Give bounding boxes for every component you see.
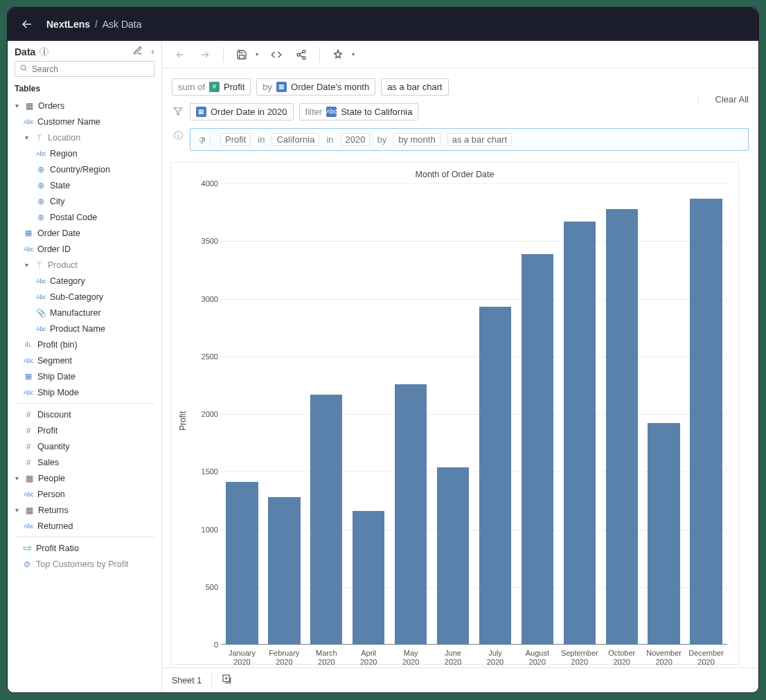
info-icon[interactable]: i bbox=[39, 47, 48, 56]
histogram-icon: ılı. bbox=[23, 340, 34, 350]
bar[interactable] bbox=[648, 423, 679, 645]
y-tick-label: 2000 bbox=[189, 410, 218, 418]
hierarchy-product[interactable]: ▾ᛘProduct bbox=[8, 257, 161, 273]
bar[interactable] bbox=[310, 395, 342, 645]
chevron-down-icon[interactable]: ▾ bbox=[23, 261, 30, 269]
field-segment[interactable]: AbcSegment bbox=[8, 352, 161, 368]
nav-forward-button[interactable] bbox=[198, 48, 212, 62]
chevron-down-icon[interactable]: ▾ bbox=[13, 474, 20, 482]
bar[interactable] bbox=[606, 209, 638, 645]
field-sub-category[interactable]: AbcSub-Category bbox=[8, 289, 161, 305]
bar[interactable] bbox=[690, 199, 722, 645]
field-category[interactable]: AbcCategory bbox=[8, 273, 161, 289]
footer-separator bbox=[211, 674, 212, 688]
globe-icon: ⊕ bbox=[35, 213, 46, 222]
field-person[interactable]: AbcPerson bbox=[8, 486, 161, 502]
chevron-down-icon[interactable]: ▾ bbox=[13, 506, 20, 514]
clear-all-button[interactable]: Clear All bbox=[715, 94, 749, 105]
y-tick-label: 3500 bbox=[189, 237, 218, 245]
table-icon: ▦ bbox=[24, 474, 35, 483]
x-tick-label: October2020 bbox=[600, 646, 643, 667]
field-discount[interactable]: #Discount bbox=[8, 406, 161, 422]
table-icon: ▦ bbox=[24, 101, 35, 111]
embed-code-button[interactable] bbox=[269, 48, 283, 62]
field-country-region[interactable]: ⊕Country/Region bbox=[8, 161, 161, 177]
table-orders[interactable]: ▾ ▦ Orders bbox=[8, 98, 161, 114]
field-order-date[interactable]: ▦Order Date bbox=[8, 225, 161, 241]
field-city[interactable]: ⊕City bbox=[8, 193, 161, 209]
field-postal-code[interactable]: ⊕Postal Code bbox=[8, 209, 161, 225]
calc-profit-ratio[interactable]: =#Profit Ratio bbox=[8, 540, 161, 556]
y-tick-label: 0 bbox=[189, 640, 218, 649]
query-token-california[interactable]: California bbox=[271, 133, 319, 146]
y-tick-label: 4000 bbox=[189, 179, 218, 188]
field-ship-mode[interactable]: AbcShip Mode bbox=[8, 384, 161, 400]
field-sales[interactable]: #Sales bbox=[8, 454, 161, 470]
query-token-profit[interactable]: Profit bbox=[220, 133, 251, 146]
share-button[interactable] bbox=[294, 48, 308, 62]
chart-title: Month of Order Date bbox=[171, 163, 738, 181]
hierarchy-location[interactable]: ▾ᛘLocation bbox=[8, 129, 161, 145]
pin-dropdown-caret-icon[interactable]: ▾ bbox=[352, 51, 355, 57]
fields-search-input[interactable] bbox=[15, 61, 154, 77]
number-field-icon: # bbox=[23, 458, 34, 467]
field-region[interactable]: AbcRegion bbox=[8, 145, 161, 161]
nav-back-button[interactable] bbox=[173, 48, 187, 62]
table-returns[interactable]: ▾ ▦ Returns bbox=[8, 502, 161, 518]
thumbs-down-icon[interactable]: 👎︎ bbox=[197, 134, 211, 145]
y-tick-label: 1000 bbox=[189, 526, 218, 534]
field-product-name[interactable]: AbcProduct Name bbox=[8, 321, 161, 336]
new-sheet-button[interactable] bbox=[222, 674, 233, 687]
field-profit[interactable]: #Profit bbox=[8, 422, 161, 438]
bar[interactable] bbox=[564, 222, 596, 645]
viz-toolbar: ▾ ▾ bbox=[162, 41, 758, 69]
hierarchy-icon: ᛘ bbox=[33, 133, 44, 143]
bar[interactable] bbox=[226, 482, 258, 645]
y-tick-label: 2500 bbox=[189, 352, 218, 361]
query-token-bar-chart[interactable]: as a bar chart bbox=[447, 133, 513, 146]
edit-pencil-icon[interactable] bbox=[133, 46, 143, 57]
back-arrow-icon[interactable] bbox=[20, 17, 34, 31]
save-button[interactable] bbox=[235, 48, 249, 62]
text-field-icon: Abc bbox=[23, 388, 34, 397]
field-ship-date[interactable]: ▦Ship Date bbox=[8, 368, 161, 384]
pill-filter-state[interactable]: filter Abc State to California bbox=[299, 103, 419, 120]
pin-button[interactable] bbox=[331, 48, 345, 62]
collapse-pane-icon[interactable]: ‹ bbox=[151, 46, 154, 57]
field-returned[interactable]: AbcReturned bbox=[8, 518, 161, 534]
field-profit-bin[interactable]: ılı.Profit (bin) bbox=[8, 336, 161, 352]
breadcrumb-root[interactable]: NextLens bbox=[46, 19, 90, 30]
chevron-down-icon[interactable]: ▾ bbox=[13, 102, 20, 109]
bar[interactable] bbox=[437, 467, 469, 645]
query-token-2020[interactable]: 2020 bbox=[341, 133, 371, 146]
pill-viz-type[interactable]: as a bar chart bbox=[381, 78, 449, 96]
bar[interactable] bbox=[479, 307, 511, 645]
pill-filter-order-date[interactable]: ▦ Order Date in 2020 bbox=[190, 103, 294, 120]
pill-sum-profit[interactable]: sum of # Profit bbox=[172, 78, 251, 96]
field-state[interactable]: ⊕State bbox=[8, 177, 161, 193]
query-token-by-month[interactable]: by month bbox=[393, 133, 440, 146]
field-order-id[interactable]: AbcOrder ID bbox=[8, 241, 161, 257]
bar[interactable] bbox=[395, 384, 427, 645]
x-tick-label: July2020 bbox=[474, 646, 517, 667]
field-manufacturer[interactable]: 📎Manufacturer bbox=[8, 305, 161, 321]
sheet-tab[interactable]: Sheet 1 bbox=[172, 676, 202, 685]
chevron-down-icon[interactable]: ▾ bbox=[23, 134, 30, 141]
bar[interactable] bbox=[353, 511, 384, 645]
natural-language-query-input[interactable]: 👎︎ Profit in California in 2020 by by mo… bbox=[190, 128, 749, 151]
save-dropdown-caret-icon[interactable]: ▾ bbox=[256, 51, 258, 57]
chart-plot-area[interactable]: January2020February2020March2020April202… bbox=[189, 183, 733, 658]
y-tick-label: 3000 bbox=[189, 295, 218, 303]
set-top-customers[interactable]: ⊘Top Customers by Profit bbox=[8, 556, 161, 572]
field-quantity[interactable]: #Quantity bbox=[8, 438, 161, 454]
bar[interactable] bbox=[522, 254, 553, 645]
text-field-icon: Abc bbox=[23, 117, 34, 127]
measure-chip-icon: # bbox=[209, 82, 220, 92]
pill-by-order-date-month[interactable]: by ▦ Order Date's month bbox=[256, 78, 375, 96]
bar[interactable] bbox=[268, 497, 300, 645]
divider bbox=[15, 537, 154, 537]
number-field-icon: # bbox=[23, 426, 34, 436]
field-customer-name[interactable]: AbcCustomer Name bbox=[8, 114, 161, 129]
table-people[interactable]: ▾ ▦ People bbox=[8, 470, 161, 486]
x-tick-label: February2020 bbox=[263, 646, 305, 667]
